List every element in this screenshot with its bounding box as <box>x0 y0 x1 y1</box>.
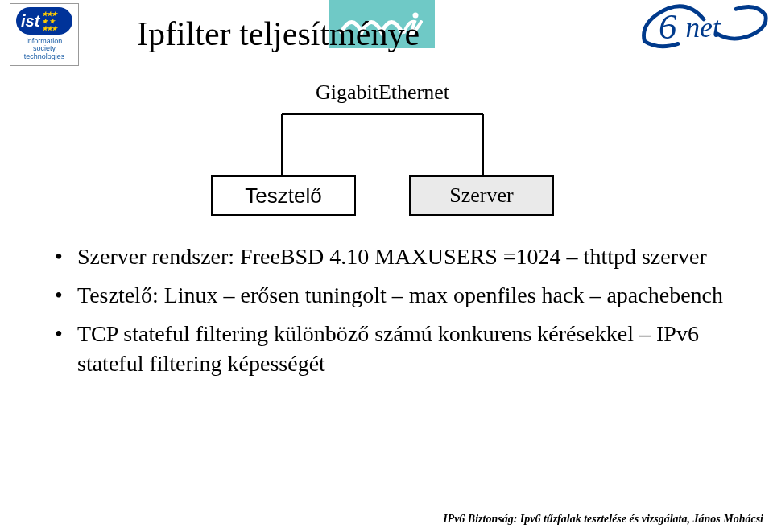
list-item: Szerver rendszer: FreeBSD 4.10 MAXUSERS … <box>52 241 741 272</box>
diagram: GigabitEthernet Tesztelő Szerver <box>201 80 564 225</box>
bullet-list: Szerver rendszer: FreeBSD 4.10 MAXUSERS … <box>52 241 741 387</box>
sixnet-logo-icon: 6 net <box>639 0 768 52</box>
slide-title: Ipfilter teljesítménye <box>137 14 420 53</box>
diagram-box-server: Szerver <box>409 175 554 216</box>
sixnet-text: net <box>686 12 721 43</box>
ist-logo-text: ist <box>21 12 39 31</box>
list-item-text: Tesztelő: Linux – erősen tuningolt – max… <box>77 282 723 307</box>
slide: ist ★★★★ ★★★★ information society techno… <box>0 0 773 532</box>
diagram-link-label: GigabitEthernet <box>201 80 564 105</box>
eu-stars-icon: ★★★★ ★★★★ <box>42 10 56 32</box>
sixnet-logo: 6 net <box>639 0 768 52</box>
ist-logo-flag: ist ★★★★ ★★★★ <box>16 7 72 35</box>
list-item-text: Szerver rendszer: FreeBSD 4.10 MAXUSERS … <box>77 244 707 269</box>
footer-text: IPv6 Biztonság: Ipv6 tűzfalak tesztelése… <box>443 513 763 526</box>
sixnet-digit: 6 <box>659 6 677 47</box>
list-item: Tesztelő: Linux – erősen tuningolt – max… <box>52 280 741 311</box>
diagram-connector-icon <box>201 109 564 177</box>
diagram-box-tester: Tesztelő <box>211 175 356 216</box>
ist-logo-subtext: information society technologies <box>24 38 65 60</box>
list-item: TCP stateful filtering különböző számú k… <box>52 319 741 380</box>
ist-logo: ist ★★★★ ★★★★ information society techno… <box>10 3 79 66</box>
list-item-text: TCP stateful filtering különböző számú k… <box>77 321 699 377</box>
